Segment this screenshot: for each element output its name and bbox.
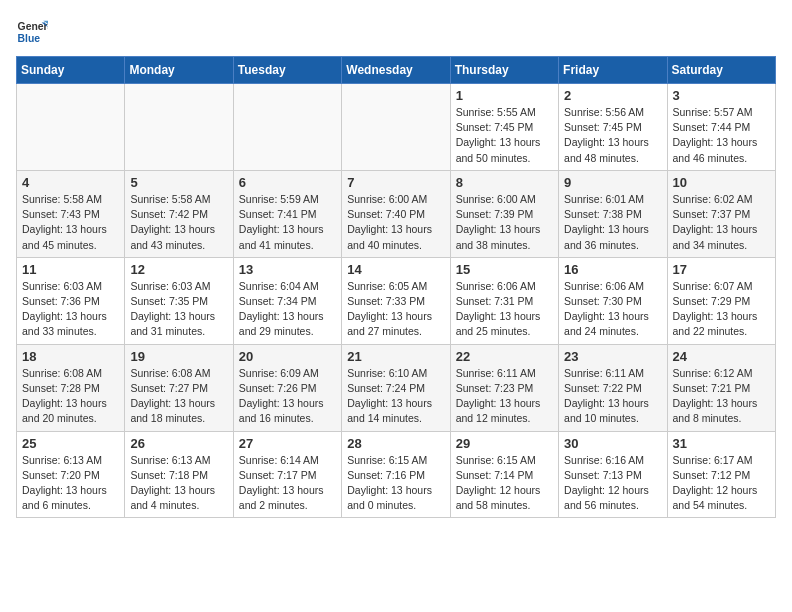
- day-detail: Sunrise: 6:08 AM Sunset: 7:28 PM Dayligh…: [22, 366, 119, 427]
- logo-icon: General Blue: [16, 16, 48, 48]
- weekday-header-cell: Sunday: [17, 57, 125, 84]
- day-number: 29: [456, 436, 553, 451]
- calendar-day-cell: 21Sunrise: 6:10 AM Sunset: 7:24 PM Dayli…: [342, 344, 450, 431]
- day-number: 28: [347, 436, 444, 451]
- day-detail: Sunrise: 6:11 AM Sunset: 7:23 PM Dayligh…: [456, 366, 553, 427]
- calendar-day-cell: 27Sunrise: 6:14 AM Sunset: 7:17 PM Dayli…: [233, 431, 341, 518]
- day-number: 7: [347, 175, 444, 190]
- day-detail: Sunrise: 6:11 AM Sunset: 7:22 PM Dayligh…: [564, 366, 661, 427]
- day-detail: Sunrise: 6:03 AM Sunset: 7:35 PM Dayligh…: [130, 279, 227, 340]
- calendar-day-cell: 12Sunrise: 6:03 AM Sunset: 7:35 PM Dayli…: [125, 257, 233, 344]
- weekday-header-cell: Wednesday: [342, 57, 450, 84]
- calendar-day-cell: 31Sunrise: 6:17 AM Sunset: 7:12 PM Dayli…: [667, 431, 775, 518]
- day-detail: Sunrise: 6:12 AM Sunset: 7:21 PM Dayligh…: [673, 366, 770, 427]
- day-number: 20: [239, 349, 336, 364]
- day-number: 24: [673, 349, 770, 364]
- day-detail: Sunrise: 6:01 AM Sunset: 7:38 PM Dayligh…: [564, 192, 661, 253]
- calendar-day-cell: 9Sunrise: 6:01 AM Sunset: 7:38 PM Daylig…: [559, 170, 667, 257]
- day-detail: Sunrise: 6:05 AM Sunset: 7:33 PM Dayligh…: [347, 279, 444, 340]
- logo: General Blue: [16, 16, 48, 48]
- day-detail: Sunrise: 5:58 AM Sunset: 7:43 PM Dayligh…: [22, 192, 119, 253]
- day-detail: Sunrise: 6:02 AM Sunset: 7:37 PM Dayligh…: [673, 192, 770, 253]
- day-number: 1: [456, 88, 553, 103]
- calendar-week-row: 4Sunrise: 5:58 AM Sunset: 7:43 PM Daylig…: [17, 170, 776, 257]
- calendar-day-cell: 5Sunrise: 5:58 AM Sunset: 7:42 PM Daylig…: [125, 170, 233, 257]
- day-number: 6: [239, 175, 336, 190]
- calendar-day-cell: 29Sunrise: 6:15 AM Sunset: 7:14 PM Dayli…: [450, 431, 558, 518]
- calendar-day-cell: 22Sunrise: 6:11 AM Sunset: 7:23 PM Dayli…: [450, 344, 558, 431]
- day-number: 5: [130, 175, 227, 190]
- calendar-table: SundayMondayTuesdayWednesdayThursdayFrid…: [16, 56, 776, 518]
- day-number: 3: [673, 88, 770, 103]
- day-number: 18: [22, 349, 119, 364]
- calendar-day-cell: 18Sunrise: 6:08 AM Sunset: 7:28 PM Dayli…: [17, 344, 125, 431]
- weekday-header-row: SundayMondayTuesdayWednesdayThursdayFrid…: [17, 57, 776, 84]
- day-detail: Sunrise: 6:04 AM Sunset: 7:34 PM Dayligh…: [239, 279, 336, 340]
- day-detail: Sunrise: 6:10 AM Sunset: 7:24 PM Dayligh…: [347, 366, 444, 427]
- calendar-week-row: 25Sunrise: 6:13 AM Sunset: 7:20 PM Dayli…: [17, 431, 776, 518]
- calendar-day-cell: [233, 84, 341, 171]
- day-number: 12: [130, 262, 227, 277]
- day-detail: Sunrise: 5:58 AM Sunset: 7:42 PM Dayligh…: [130, 192, 227, 253]
- calendar-day-cell: 16Sunrise: 6:06 AM Sunset: 7:30 PM Dayli…: [559, 257, 667, 344]
- day-detail: Sunrise: 6:06 AM Sunset: 7:31 PM Dayligh…: [456, 279, 553, 340]
- svg-text:Blue: Blue: [18, 33, 41, 44]
- calendar-day-cell: 13Sunrise: 6:04 AM Sunset: 7:34 PM Dayli…: [233, 257, 341, 344]
- calendar-day-cell: 24Sunrise: 6:12 AM Sunset: 7:21 PM Dayli…: [667, 344, 775, 431]
- day-number: 15: [456, 262, 553, 277]
- day-detail: Sunrise: 6:16 AM Sunset: 7:13 PM Dayligh…: [564, 453, 661, 514]
- day-number: 22: [456, 349, 553, 364]
- calendar-day-cell: 8Sunrise: 6:00 AM Sunset: 7:39 PM Daylig…: [450, 170, 558, 257]
- weekday-header-cell: Monday: [125, 57, 233, 84]
- calendar-day-cell: 3Sunrise: 5:57 AM Sunset: 7:44 PM Daylig…: [667, 84, 775, 171]
- calendar-day-cell: 23Sunrise: 6:11 AM Sunset: 7:22 PM Dayli…: [559, 344, 667, 431]
- calendar-day-cell: 30Sunrise: 6:16 AM Sunset: 7:13 PM Dayli…: [559, 431, 667, 518]
- weekday-header-cell: Thursday: [450, 57, 558, 84]
- day-detail: Sunrise: 6:09 AM Sunset: 7:26 PM Dayligh…: [239, 366, 336, 427]
- day-number: 9: [564, 175, 661, 190]
- day-number: 16: [564, 262, 661, 277]
- calendar-week-row: 18Sunrise: 6:08 AM Sunset: 7:28 PM Dayli…: [17, 344, 776, 431]
- calendar-week-row: 11Sunrise: 6:03 AM Sunset: 7:36 PM Dayli…: [17, 257, 776, 344]
- calendar-day-cell: 15Sunrise: 6:06 AM Sunset: 7:31 PM Dayli…: [450, 257, 558, 344]
- day-detail: Sunrise: 6:13 AM Sunset: 7:18 PM Dayligh…: [130, 453, 227, 514]
- calendar-day-cell: [342, 84, 450, 171]
- day-detail: Sunrise: 6:15 AM Sunset: 7:16 PM Dayligh…: [347, 453, 444, 514]
- weekday-header-cell: Friday: [559, 57, 667, 84]
- weekday-header-cell: Tuesday: [233, 57, 341, 84]
- day-number: 26: [130, 436, 227, 451]
- day-number: 2: [564, 88, 661, 103]
- calendar-day-cell: 10Sunrise: 6:02 AM Sunset: 7:37 PM Dayli…: [667, 170, 775, 257]
- day-detail: Sunrise: 6:03 AM Sunset: 7:36 PM Dayligh…: [22, 279, 119, 340]
- calendar-week-row: 1Sunrise: 5:55 AM Sunset: 7:45 PM Daylig…: [17, 84, 776, 171]
- page-header: General Blue: [16, 16, 776, 48]
- day-number: 25: [22, 436, 119, 451]
- day-detail: Sunrise: 6:13 AM Sunset: 7:20 PM Dayligh…: [22, 453, 119, 514]
- day-detail: Sunrise: 6:07 AM Sunset: 7:29 PM Dayligh…: [673, 279, 770, 340]
- day-detail: Sunrise: 6:14 AM Sunset: 7:17 PM Dayligh…: [239, 453, 336, 514]
- calendar-day-cell: 25Sunrise: 6:13 AM Sunset: 7:20 PM Dayli…: [17, 431, 125, 518]
- calendar-day-cell: 7Sunrise: 6:00 AM Sunset: 7:40 PM Daylig…: [342, 170, 450, 257]
- calendar-day-cell: [125, 84, 233, 171]
- calendar-day-cell: 26Sunrise: 6:13 AM Sunset: 7:18 PM Dayli…: [125, 431, 233, 518]
- day-number: 4: [22, 175, 119, 190]
- day-detail: Sunrise: 6:08 AM Sunset: 7:27 PM Dayligh…: [130, 366, 227, 427]
- day-number: 27: [239, 436, 336, 451]
- calendar-day-cell: 2Sunrise: 5:56 AM Sunset: 7:45 PM Daylig…: [559, 84, 667, 171]
- calendar-day-cell: 28Sunrise: 6:15 AM Sunset: 7:16 PM Dayli…: [342, 431, 450, 518]
- day-detail: Sunrise: 5:56 AM Sunset: 7:45 PM Dayligh…: [564, 105, 661, 166]
- day-number: 23: [564, 349, 661, 364]
- calendar-day-cell: 4Sunrise: 5:58 AM Sunset: 7:43 PM Daylig…: [17, 170, 125, 257]
- calendar-day-cell: 14Sunrise: 6:05 AM Sunset: 7:33 PM Dayli…: [342, 257, 450, 344]
- day-number: 19: [130, 349, 227, 364]
- day-detail: Sunrise: 6:17 AM Sunset: 7:12 PM Dayligh…: [673, 453, 770, 514]
- day-number: 30: [564, 436, 661, 451]
- day-number: 31: [673, 436, 770, 451]
- day-detail: Sunrise: 6:15 AM Sunset: 7:14 PM Dayligh…: [456, 453, 553, 514]
- calendar-day-cell: 17Sunrise: 6:07 AM Sunset: 7:29 PM Dayli…: [667, 257, 775, 344]
- day-detail: Sunrise: 6:00 AM Sunset: 7:39 PM Dayligh…: [456, 192, 553, 253]
- calendar-day-cell: 1Sunrise: 5:55 AM Sunset: 7:45 PM Daylig…: [450, 84, 558, 171]
- calendar-day-cell: [17, 84, 125, 171]
- day-detail: Sunrise: 6:06 AM Sunset: 7:30 PM Dayligh…: [564, 279, 661, 340]
- day-detail: Sunrise: 5:57 AM Sunset: 7:44 PM Dayligh…: [673, 105, 770, 166]
